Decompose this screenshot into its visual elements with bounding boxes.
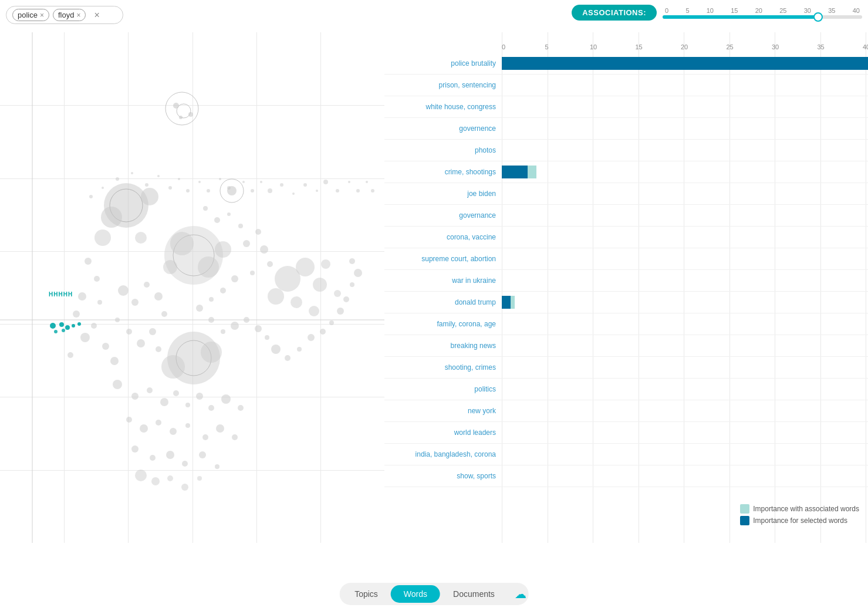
svg-point-35 — [73, 310, 80, 318]
bar-wrap-14 — [502, 361, 868, 374]
tab-documents[interactable]: Documents — [440, 585, 508, 603]
svg-point-109 — [197, 476, 202, 481]
slider-track[interactable] — [663, 15, 862, 19]
bar-row-15[interactable]: politics — [384, 379, 868, 400]
svg-point-82 — [131, 393, 139, 400]
tag-police-close[interactable]: × — [40, 11, 44, 19]
bar-row-1[interactable]: prison, sentencing — [384, 75, 868, 96]
bar-label-1: prison, sentencing — [384, 81, 502, 89]
legend-item-selected: Importance for selected words — [740, 516, 859, 525]
svg-point-76 — [337, 308, 344, 315]
slider-label-10: 10 — [707, 7, 714, 14]
svg-point-116 — [62, 329, 65, 332]
bar-row-9[interactable]: supreme court, abortion — [384, 248, 868, 270]
svg-point-110 — [50, 323, 56, 329]
svg-point-123 — [168, 186, 172, 190]
svg-point-131 — [251, 189, 254, 193]
bar-wrap-1 — [502, 79, 868, 92]
svg-point-41 — [118, 285, 129, 296]
svg-point-51 — [203, 206, 208, 211]
bar-label-17: world leaders — [384, 428, 502, 437]
tag-police[interactable]: police × — [12, 9, 49, 21]
bar-label-15: politics — [384, 385, 502, 393]
bar-row-19[interactable]: show, sports — [384, 465, 868, 487]
tag-floyd[interactable]: floyd × — [53, 9, 86, 21]
tag-floyd-text: floyd — [58, 11, 74, 19]
slider-thumb[interactable] — [813, 12, 823, 22]
bar-row-17[interactable]: world leaders — [384, 422, 868, 444]
svg-point-117 — [89, 195, 93, 198]
bar-row-3[interactable]: governence — [384, 118, 868, 140]
legend: Importance with associated words Importa… — [740, 504, 859, 525]
svg-point-56 — [255, 229, 261, 235]
svg-point-83 — [147, 387, 153, 393]
svg-point-66 — [231, 322, 239, 330]
x-label-15: 15 — [636, 43, 643, 50]
tab-topics[interactable]: Topics — [342, 585, 391, 603]
svg-point-94 — [170, 428, 177, 435]
svg-point-40 — [110, 357, 119, 365]
search-clear-button[interactable]: × — [94, 10, 99, 21]
cloud-icon[interactable]: ☁ — [515, 587, 526, 601]
svg-point-38 — [102, 343, 109, 350]
svg-point-46 — [149, 328, 156, 335]
bar-row-12[interactable]: family, corona, age — [384, 313, 868, 335]
bar-row-13[interactable]: breaking news — [384, 335, 868, 357]
svg-point-32 — [94, 276, 100, 282]
scatter-cluster-label: HHHHH — [47, 291, 75, 298]
associations-button[interactable]: ASSOCIATIONS: — [572, 5, 657, 21]
legend-label-associated: Importance with associated words — [753, 505, 859, 513]
svg-point-88 — [208, 405, 214, 411]
bar-row-6[interactable]: joe biden — [384, 183, 868, 205]
scatter-svg — [0, 32, 384, 543]
bar-label-10: war in ukraine — [384, 276, 502, 285]
svg-point-96 — [202, 434, 208, 440]
svg-point-105 — [135, 470, 147, 481]
search-bar[interactable]: police × floyd × × — [6, 6, 123, 24]
svg-point-61 — [220, 288, 226, 293]
bar-row-11[interactable]: donald trump — [384, 292, 868, 313]
svg-point-75 — [329, 320, 334, 325]
svg-point-115 — [54, 330, 58, 333]
svg-point-141 — [356, 189, 360, 193]
bar-row-0[interactable]: police brutality — [384, 53, 868, 75]
svg-point-112 — [65, 325, 70, 330]
svg-point-113 — [72, 324, 75, 328]
bar-row-16[interactable]: new york — [384, 400, 868, 422]
bar-row-5[interactable]: crime, shootings — [384, 161, 868, 183]
bar-row-10[interactable]: war in ukraine — [384, 270, 868, 292]
svg-point-139 — [336, 189, 339, 193]
tag-floyd-close[interactable]: × — [76, 11, 80, 19]
bar-wrap-0 — [502, 57, 868, 70]
bar-row-18[interactable]: india, bangladesh, corona — [384, 444, 868, 465]
bar-row-8[interactable]: corona, vaccine — [384, 227, 868, 248]
svg-point-33 — [78, 292, 86, 301]
svg-point-137 — [316, 190, 318, 192]
svg-point-63 — [196, 305, 203, 312]
bar-row-4[interactable]: photos — [384, 140, 868, 161]
bar-label-7: governance — [384, 211, 502, 220]
x-label-35: 35 — [818, 43, 825, 50]
bar-label-12: family, corona, age — [384, 320, 502, 328]
bar-row-7[interactable]: governance — [384, 205, 868, 227]
bar-chart-area: 0 5 10 15 20 25 30 35 40 police brutalit… — [384, 32, 868, 543]
svg-point-17 — [215, 241, 231, 258]
bar-row-2[interactable]: white house, congress — [384, 96, 868, 118]
bar-wrap-7 — [502, 209, 868, 222]
bar-row-14[interactable]: shooting, crimes — [384, 357, 868, 379]
svg-point-136 — [303, 183, 307, 187]
bar-wrap-2 — [502, 100, 868, 113]
xaxis-container: 0 5 10 15 20 25 30 35 40 — [502, 32, 868, 53]
svg-point-4 — [179, 116, 183, 119]
svg-point-91 — [126, 417, 132, 423]
slider-labels: 0 5 10 15 20 25 30 35 40 — [663, 7, 862, 14]
svg-point-15 — [170, 232, 194, 255]
bar-wrap-4 — [502, 144, 868, 157]
x-label-10: 10 — [590, 43, 597, 50]
svg-point-129 — [227, 186, 231, 190]
tab-words[interactable]: Words — [391, 585, 440, 603]
svg-point-135 — [292, 193, 295, 195]
svg-point-60 — [231, 275, 238, 282]
bar-label-14: shooting, crimes — [384, 363, 502, 372]
slider-area: 0 5 10 15 20 25 30 35 40 — [663, 7, 862, 19]
